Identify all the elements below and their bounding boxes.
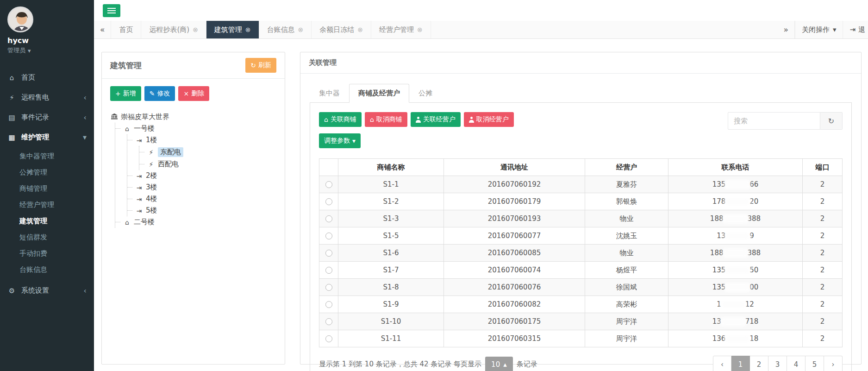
cell-address: 201607060179 <box>444 193 585 210</box>
page-button-2[interactable]: 2 <box>750 356 768 371</box>
adjust-params-dropdown[interactable]: 调整参数 ▾ <box>319 133 361 148</box>
link-shop-button[interactable]: ⌂ 关联商铺 <box>319 112 362 127</box>
refresh-button[interactable]: ↻ 刷新 <box>245 58 276 73</box>
row-radio[interactable] <box>325 181 332 188</box>
role-dropdown[interactable]: 管理员 ▾ <box>7 46 87 55</box>
close-icon[interactable]: ⊗ <box>357 26 363 33</box>
sidebar-item-home[interactable]: ⌂ 首页 <box>0 68 94 88</box>
sidebar-subitem-operator[interactable]: 经营户管理 <box>0 197 94 213</box>
tree-node-floor-3[interactable]: ⇥ 3楼 <box>134 182 276 193</box>
chevron-left-icon: ‹ <box>84 287 87 295</box>
sidebar-subitem-shop[interactable]: 商铺管理 <box>0 181 94 197</box>
search-input[interactable] <box>728 112 820 130</box>
page-button-1[interactable]: 1 <box>731 356 750 371</box>
tab-balance-freeze[interactable]: 余额日冻结 ⊗ <box>312 21 371 38</box>
tab-shops-operators[interactable]: 商铺及经营户 <box>349 84 409 103</box>
row-radio[interactable] <box>325 335 332 342</box>
row-radio[interactable] <box>325 198 332 205</box>
page-size-dropdown[interactable]: 10 ▴ <box>485 357 513 371</box>
tab-building-management[interactable]: 建筑管理 ⊗ <box>206 21 259 38</box>
close-icon[interactable]: ⊗ <box>193 26 198 33</box>
unlink-shop-button[interactable]: ⌂ 取消商铺 <box>365 112 407 127</box>
person-icon <box>416 117 421 123</box>
table-row[interactable]: S1-7 201607060074 杨煜平 13550 2 <box>319 262 843 279</box>
person-icon <box>469 117 474 123</box>
table-row[interactable]: S1-10 201607060175 周宇洋 13718 2 <box>319 313 843 330</box>
row-radio[interactable] <box>325 284 332 291</box>
tree-node-floor-5[interactable]: ⇥ 5楼 <box>134 205 276 216</box>
sidebar-subitem-ledger[interactable]: 台账信息 <box>0 262 94 278</box>
tab-remote-meter-reading[interactable]: 远程抄表(商) ⊗ <box>141 21 206 38</box>
tab-bar: « 首页 远程抄表(商) ⊗ 建筑管理 ⊗ 台账信息 ⊗ 余额日冻结 ⊗ 经营户… <box>94 21 868 39</box>
page-button-4[interactable]: 4 <box>787 356 806 371</box>
table-row[interactable]: S1-3 201607060193 物业 188388 2 <box>319 210 843 227</box>
page-button-5[interactable]: 5 <box>806 356 824 371</box>
close-operations-dropdown[interactable]: 关闭操作 ▾ <box>795 21 843 38</box>
edit-button[interactable]: ✎ 修改 <box>144 86 175 101</box>
association-panel-body: 集中器 商铺及经营户 公摊 ⌂ 关联商铺 ⌂ 取消商铺 <box>300 74 861 371</box>
hamburger-menu-button[interactable] <box>103 4 120 17</box>
tree-node-building-2[interactable]: ⌂ 二号楼 <box>122 216 276 228</box>
row-radio[interactable] <box>325 301 332 308</box>
tree-node-market[interactable]: 崇福皮草大世界 <box>110 111 276 123</box>
tab-concentrator[interactable]: 集中器 <box>310 84 349 103</box>
chevron-down-icon: ▾ <box>83 134 87 141</box>
tree-node-label: 西配电 <box>158 160 179 169</box>
close-icon[interactable]: ⊗ <box>245 26 251 33</box>
delete-button[interactable]: × 删除 <box>178 86 209 101</box>
cell-address: 201607060077 <box>444 227 585 245</box>
sidebar-item-remote-power[interactable]: ⚡ 远程售电 ‹ <box>0 88 94 107</box>
row-radio[interactable] <box>325 233 332 239</box>
table-row[interactable]: S1-8 201607060076 徐国斌 13500 2 <box>319 279 843 296</box>
row-radio[interactable] <box>325 267 332 274</box>
tree-node-east-distribution[interactable]: ⚡ 东配电 <box>146 146 276 158</box>
row-radio[interactable] <box>325 318 332 325</box>
tab-home[interactable]: 首页 <box>111 21 141 38</box>
add-button[interactable]: + 新增 <box>110 86 141 101</box>
sidebar-subitem-building[interactable]: 建筑管理 <box>0 213 94 229</box>
tab-operator-management[interactable]: 经营户管理 ⊗ <box>371 21 431 38</box>
table-refresh-button[interactable]: ↻ <box>820 112 843 130</box>
tree-node-floor-1[interactable]: ⇥ 1楼 <box>134 134 276 146</box>
page-prev-button[interactable]: ‹ <box>713 356 731 371</box>
close-icon[interactable]: ⊗ <box>417 26 423 33</box>
phone-suffix: 20 <box>749 197 758 206</box>
phone-suffix: 66 <box>749 180 758 189</box>
tree-node-floor-2[interactable]: ⇥ 2楼 <box>134 170 276 182</box>
table-row[interactable]: S1-2 201607060179 郭银焕 17820 2 <box>319 193 843 210</box>
tree-node-west-distribution[interactable]: ⚡ 西配电 <box>146 158 276 170</box>
sidebar-item-event-records[interactable]: ▤ 事件记录 ‹ <box>0 107 94 127</box>
table-row[interactable]: S1-11 201607060315 周宇洋 13618 2 <box>319 330 843 347</box>
link-operator-button[interactable]: 关联经营户 <box>411 112 461 127</box>
sidebar-item-label: 维护管理 <box>21 133 49 142</box>
phone-prefix: 188 <box>710 249 724 257</box>
table-row[interactable]: S1-5 201607060077 沈姚玉 139 2 <box>319 227 843 245</box>
tree-toolbar: + 新增 ✎ 修改 × 删除 <box>110 86 276 101</box>
table-row[interactable]: S1-6 201607060085 物业 188388 2 <box>319 245 843 262</box>
page-button-3[interactable]: 3 <box>768 356 787 371</box>
cell-phone: 13500 <box>668 279 803 296</box>
sidebar-subitem-public-share[interactable]: 公摊管理 <box>0 164 94 181</box>
page-next-button[interactable]: › <box>824 356 843 371</box>
row-radio[interactable] <box>325 215 332 222</box>
tab-public-share[interactable]: 公摊 <box>409 84 442 103</box>
tree-node-floor-4[interactable]: ⇥ 4楼 <box>134 193 276 205</box>
sidebar-subitem-manual-deduct[interactable]: 手动扣费 <box>0 245 94 262</box>
cell-phone: 13550 <box>668 262 803 279</box>
row-radio[interactable] <box>325 250 332 257</box>
sidebar-item-maintenance[interactable]: ▦ 维护管理 ▾ <box>0 127 94 147</box>
tree-node-building-1[interactable]: ⌂ 一号楼 <box>122 123 276 134</box>
tabs-scroll-right-icon[interactable]: » <box>777 21 794 38</box>
bolt-icon: ⚡ <box>147 149 155 156</box>
close-icon[interactable]: ⊗ <box>298 26 304 33</box>
table-row[interactable]: S1-1 201607060192 夏雅芬 13566 2 <box>319 176 843 193</box>
tab-ledger-info[interactable]: 台账信息 ⊗ <box>259 21 312 38</box>
sidebar-subitem-concentrator[interactable]: 集中器管理 <box>0 148 94 164</box>
sidebar-item-system-settings[interactable]: ⚙ 系统设置 ‹ <box>0 281 94 301</box>
logout-button[interactable]: ⇥ 退 <box>843 21 868 38</box>
sidebar-subitem-sms[interactable]: 短信群发 <box>0 229 94 245</box>
unlink-operator-button[interactable]: 取消经营户 <box>464 112 514 127</box>
tabs-scroll-left-icon[interactable]: « <box>94 21 111 38</box>
cell-phone: 112 <box>668 296 803 313</box>
table-row[interactable]: S1-9 201607060082 高荣彬 112 2 <box>319 296 843 313</box>
